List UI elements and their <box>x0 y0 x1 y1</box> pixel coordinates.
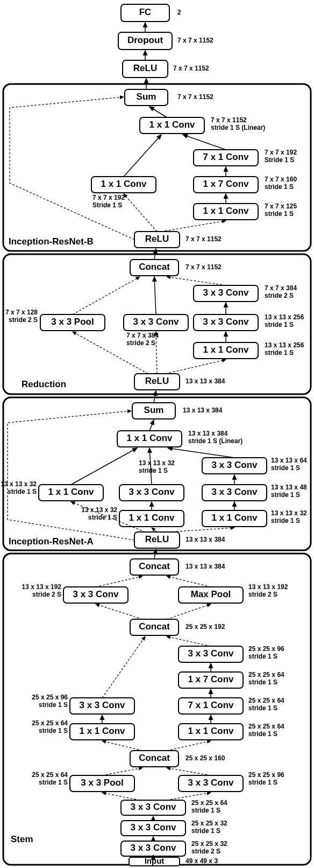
stem-input-ann: 49 x 49 x 3 <box>185 857 218 865</box>
stem-input-label: Input <box>145 856 165 865</box>
